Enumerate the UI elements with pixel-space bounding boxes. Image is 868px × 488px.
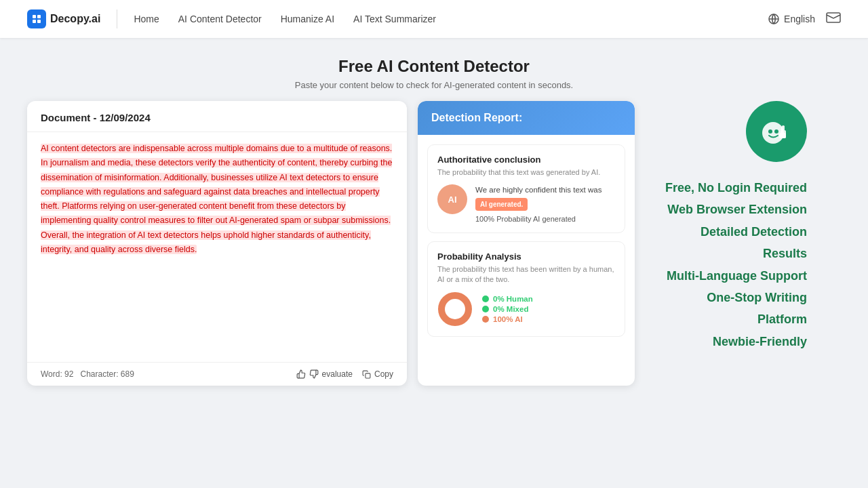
conclusion-prefix: We are highly confident this text was <box>475 186 601 194</box>
feature-item-0: Free, No Login Required <box>662 177 827 199</box>
probability-text: 100% Probability AI generated <box>475 215 615 223</box>
svg-point-10 <box>768 129 772 134</box>
svg-rect-3 <box>37 20 41 23</box>
svg-rect-6 <box>366 373 370 378</box>
donut-chart <box>437 291 473 327</box>
feature-item-5: Newbie-Friendly <box>662 331 827 352</box>
probability-card: Probability Analysis The probability thi… <box>427 241 625 338</box>
feature-item-2: Detailed Detection Results <box>662 221 827 265</box>
copy-label: Copy <box>374 369 393 379</box>
highlighted-text: AI content detectors are indispensable a… <box>41 144 392 254</box>
conclusion-text-area: We are highly confident this text was AI… <box>475 184 615 222</box>
logo-text: Decopy.ai <box>50 13 100 25</box>
prob-legend: 0% Human 0% Mixed 100% AI <box>482 295 533 323</box>
authoritative-card: Authoritative conclusion The probability… <box>427 144 625 233</box>
mascot-icon <box>756 111 797 152</box>
human-pct: 0% Human <box>493 295 533 303</box>
svg-rect-13 <box>779 133 786 138</box>
ai-badge: AI <box>437 184 467 214</box>
copy-button[interactable]: Copy <box>362 369 393 379</box>
feature-item-3: Multi-Language Support <box>662 265 827 287</box>
nav-summarizer[interactable]: AI Text Summarizer <box>353 14 436 24</box>
hero-subtitle: Paste your content below to check for AI… <box>0 80 868 90</box>
auth-title: Authoritative conclusion <box>437 155 615 165</box>
doc-actions: evaluate Copy <box>296 369 393 379</box>
ai-generated-badge: AI generated. <box>475 198 528 211</box>
navbar: Decopy.ai Home AI Content Detector Human… <box>0 0 868 38</box>
auth-subtitle: The probability that this text was gener… <box>437 167 615 178</box>
prob-chart-area: 0% Human 0% Mixed 100% AI <box>437 291 615 327</box>
document-header: Document - 12/09/2024 <box>27 101 407 132</box>
mail-icon <box>826 12 841 23</box>
human-prob: 0% Human <box>482 295 533 303</box>
svg-rect-2 <box>33 20 36 23</box>
feature-icon-circle <box>746 101 807 162</box>
mixed-dot <box>482 306 489 312</box>
copy-icon <box>362 370 371 379</box>
logo-icon <box>27 9 46 28</box>
feature-item-4: One-Stop Writing Platform <box>662 287 827 331</box>
nav-divider <box>117 9 117 28</box>
conclusion-area: AI We are highly confident this text was… <box>437 184 615 222</box>
nav-home[interactable]: Home <box>134 14 159 24</box>
prob-title: Probability Analysis <box>437 251 615 262</box>
features-list: Free, No Login RequiredWeb Browser Exten… <box>662 177 827 352</box>
mixed-prob: 0% Mixed <box>482 305 533 313</box>
ai-prob: 100% AI <box>482 315 533 323</box>
human-dot <box>482 296 489 302</box>
thumbs-up-icon <box>296 369 306 379</box>
hero-section: Free AI Content Detector Paste your cont… <box>0 38 868 101</box>
report-panel: Detection Report: Authoritative conclusi… <box>418 101 635 386</box>
donut-svg <box>437 291 473 327</box>
evaluate-button[interactable]: evaluate <box>296 369 353 379</box>
doc-stats: Word: 92 Character: 689 <box>41 369 296 379</box>
svg-rect-1 <box>37 15 41 18</box>
mixed-pct: 0% Mixed <box>493 305 528 313</box>
document-footer: Word: 92 Character: 689 evaluate <box>27 362 407 386</box>
document-panel: Document - 12/09/2024 AI content detecto… <box>27 101 407 386</box>
globe-icon <box>768 13 780 25</box>
conclusion-text: We are highly confident this text was AI… <box>475 184 615 211</box>
svg-rect-0 <box>33 15 36 18</box>
ai-dot <box>482 316 489 323</box>
thumbs-down-icon <box>309 369 319 379</box>
language-button[interactable]: English <box>768 13 815 25</box>
prob-subtitle: The probability this text has been writt… <box>437 264 615 285</box>
evaluate-label: evaluate <box>322 369 353 379</box>
report-body: Authoritative conclusion The probability… <box>418 135 635 386</box>
nav-ai-detector[interactable]: AI Content Detector <box>178 14 262 24</box>
logo-area[interactable]: Decopy.ai <box>27 9 100 28</box>
nav-right: English <box>768 12 841 26</box>
svg-point-11 <box>774 129 778 134</box>
hero-title: Free AI Content Detector <box>0 57 868 76</box>
mail-button[interactable] <box>826 12 841 26</box>
svg-rect-5 <box>827 13 840 22</box>
char-count: Character: 689 <box>80 369 134 379</box>
word-count: Word: 92 <box>41 369 73 379</box>
main-content: Document - 12/09/2024 AI content detecto… <box>0 101 868 488</box>
report-header: Detection Report: <box>418 101 635 135</box>
svg-point-7 <box>441 296 469 323</box>
lang-label: English <box>784 14 815 24</box>
features-panel: Free, No Login RequiredWeb Browser Exten… <box>635 101 841 352</box>
nav-humanize[interactable]: Humanize AI <box>281 14 334 24</box>
ai-pct: 100% AI <box>493 315 523 323</box>
feature-item-1: Web Browser Extension <box>662 199 827 220</box>
document-body[interactable]: AI content detectors are indispensable a… <box>27 132 407 362</box>
nav-links: Home AI Content Detector Humanize AI AI … <box>134 14 768 24</box>
